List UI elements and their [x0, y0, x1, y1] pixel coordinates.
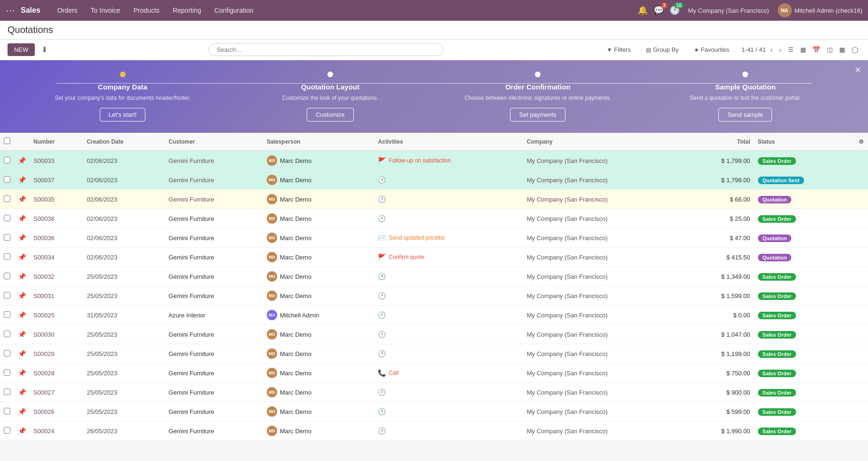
- row-checkbox-cell[interactable]: [0, 286, 14, 306]
- row-pin-cell[interactable]: 📌: [14, 421, 30, 441]
- row-checkbox[interactable]: [4, 176, 10, 183]
- total-col-header[interactable]: Total: [686, 133, 754, 151]
- kanban-view-button[interactable]: ▦: [798, 44, 808, 55]
- row-number-cell[interactable]: S00025: [30, 306, 83, 325]
- menu-to-invoice[interactable]: To Invoice: [85, 4, 126, 17]
- order-number-link[interactable]: S00037: [33, 177, 55, 184]
- row-activity-cell[interactable]: 🕐: [374, 325, 523, 344]
- customer-link[interactable]: Gemini Furniture: [168, 196, 214, 203]
- row-checkbox[interactable]: [4, 234, 10, 241]
- row-checkbox[interactable]: [4, 331, 10, 337]
- order-number-link[interactable]: S00035: [33, 196, 55, 203]
- row-customer-cell[interactable]: Gemini Furniture: [165, 325, 263, 344]
- menu-orders[interactable]: Orders: [52, 4, 83, 17]
- row-checkbox-cell[interactable]: [0, 151, 14, 170]
- row-activity-cell[interactable]: 🕐: [374, 421, 523, 441]
- row-number-cell[interactable]: S00038: [30, 209, 83, 228]
- order-number[interactable]: S00024: [33, 428, 55, 435]
- customer-link[interactable]: Gemini Furniture: [168, 177, 214, 184]
- order-number[interactable]: S00028: [33, 370, 55, 377]
- step-btn-4[interactable]: Send sample: [718, 108, 772, 121]
- row-pin-cell[interactable]: 📌: [14, 228, 30, 248]
- pin-icon[interactable]: 📌: [18, 388, 26, 396]
- row-activity-cell[interactable]: 📞 Call: [374, 364, 523, 383]
- row-activity-cell[interactable]: 🚩 Follow-up on satisfaction: [374, 151, 523, 170]
- row-pin-cell[interactable]: 📌: [14, 248, 30, 267]
- order-number[interactable]: S00036: [33, 235, 55, 242]
- number-col-header[interactable]: Number: [30, 133, 83, 151]
- row-pin-cell[interactable]: 📌: [14, 190, 30, 209]
- order-number[interactable]: S00027: [33, 389, 55, 396]
- pin-icon[interactable]: 📌: [18, 215, 26, 222]
- row-number-cell[interactable]: S00026: [30, 402, 83, 421]
- menu-products[interactable]: Products: [128, 4, 165, 17]
- row-number-cell[interactable]: S00037: [30, 170, 83, 190]
- order-number[interactable]: S00026: [33, 408, 55, 415]
- row-checkbox[interactable]: [4, 350, 10, 356]
- activity-view-button[interactable]: ◯: [850, 44, 860, 55]
- row-activity-cell[interactable]: 🕐: [374, 267, 523, 286]
- row-pin-cell[interactable]: 📌: [14, 170, 30, 190]
- row-customer-cell[interactable]: Gemini Furniture: [165, 248, 263, 267]
- row-number-cell[interactable]: S00032: [30, 267, 83, 286]
- pin-icon[interactable]: 📌: [18, 195, 26, 203]
- message-icon[interactable]: 💬 3: [653, 5, 664, 16]
- row-activity-cell[interactable]: 🕐: [374, 402, 523, 421]
- row-customer-cell[interactable]: Azure Interior: [165, 306, 263, 325]
- row-pin-cell[interactable]: 📌: [14, 151, 30, 170]
- row-number-cell[interactable]: S00029: [30, 344, 83, 364]
- pin-icon[interactable]: 📌: [18, 331, 26, 338]
- new-button[interactable]: NEW: [8, 43, 35, 56]
- order-number[interactable]: S00031: [33, 292, 55, 299]
- prev-page-button[interactable]: ‹: [769, 45, 775, 55]
- row-number-cell[interactable]: S00024: [30, 421, 83, 441]
- row-customer-cell[interactable]: Gemini Furniture: [165, 286, 263, 306]
- order-number-link[interactable]: S00033: [33, 157, 55, 164]
- pivot-view-button[interactable]: ◫: [825, 44, 835, 55]
- pin-icon[interactable]: 📌: [18, 408, 26, 415]
- customer-link[interactable]: Gemini Furniture: [168, 157, 214, 164]
- row-pin-cell[interactable]: 📌: [14, 306, 30, 325]
- activity-link[interactable]: Call: [389, 370, 398, 376]
- row-number-cell[interactable]: S00035: [30, 190, 83, 209]
- row-customer-cell[interactable]: Gemini Furniture: [165, 421, 263, 441]
- row-checkbox[interactable]: [4, 311, 10, 318]
- row-checkbox[interactable]: [4, 369, 10, 376]
- row-customer-cell[interactable]: Gemini Furniture: [165, 344, 263, 364]
- row-customer-cell[interactable]: Gemini Furniture: [165, 209, 263, 228]
- pin-icon[interactable]: 📌: [18, 176, 26, 184]
- row-checkbox-cell[interactable]: [0, 344, 14, 364]
- row-activity-cell[interactable]: 🕐: [374, 209, 523, 228]
- row-checkbox[interactable]: [4, 253, 10, 260]
- settings-col-header[interactable]: ⚙: [854, 133, 868, 151]
- filters-button[interactable]: ▼ Filters: [603, 44, 634, 55]
- row-checkbox-cell[interactable]: [0, 170, 14, 190]
- export-button[interactable]: ⬇: [40, 43, 49, 56]
- row-number-cell[interactable]: S00034: [30, 248, 83, 267]
- creation-date-col-header[interactable]: Creation Date: [83, 133, 165, 151]
- pin-icon[interactable]: 📌: [18, 292, 26, 299]
- pin-icon[interactable]: 📌: [18, 273, 26, 280]
- pin-icon[interactable]: 📌: [18, 427, 26, 435]
- row-customer-cell[interactable]: Gemini Furniture: [165, 364, 263, 383]
- row-number-cell[interactable]: S00036: [30, 228, 83, 248]
- row-pin-cell[interactable]: 📌: [14, 402, 30, 421]
- status-col-header[interactable]: Status: [754, 133, 854, 151]
- order-number[interactable]: S00029: [33, 350, 55, 357]
- order-number[interactable]: S00032: [33, 273, 55, 280]
- salesperson-col-header[interactable]: Salesperson: [263, 133, 374, 151]
- menu-reporting[interactable]: Reporting: [167, 4, 207, 17]
- row-pin-cell[interactable]: 📌: [14, 209, 30, 228]
- order-number[interactable]: S00038: [33, 215, 55, 222]
- notification-icon[interactable]: 🔔: [637, 5, 648, 16]
- row-pin-cell[interactable]: 📌: [14, 286, 30, 306]
- row-activity-cell[interactable]: 🕐: [374, 344, 523, 364]
- graph-view-button[interactable]: ▩: [837, 44, 847, 55]
- row-number-cell[interactable]: S00028: [30, 364, 83, 383]
- list-view-button[interactable]: ☰: [786, 44, 796, 55]
- select-all-header[interactable]: [0, 133, 14, 151]
- row-checkbox-cell[interactable]: [0, 190, 14, 209]
- apps-icon[interactable]: ⋯: [6, 5, 15, 16]
- row-checkbox-cell[interactable]: [0, 306, 14, 325]
- calendar-view-button[interactable]: 📅: [811, 44, 822, 55]
